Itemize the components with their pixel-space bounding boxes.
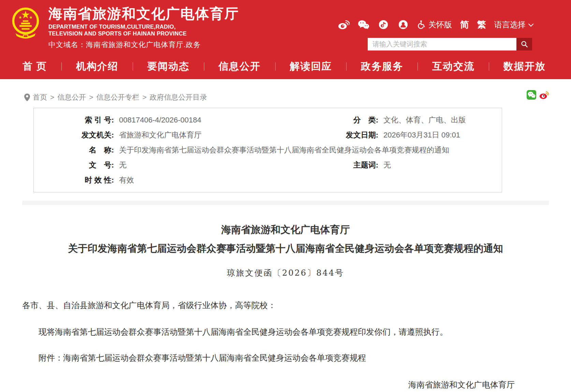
- site-header: 海南省旅游和文化广电体育厅 DEPARTMENT OF TOURISM,CULT…: [0, 0, 571, 79]
- nav-divider: [133, 62, 133, 71]
- search-button[interactable]: [516, 38, 532, 50]
- share-icons: [527, 90, 549, 100]
- site-domain-line: 中文域名：海南省旅游和文化广电体育厅.政务: [48, 40, 239, 49]
- breadcrumb-item-home[interactable]: 首页: [33, 92, 47, 102]
- breadcrumb-item-gov-info-catalog[interactable]: 政府信息公开目录: [150, 92, 207, 102]
- wechat-icon[interactable]: [358, 19, 369, 30]
- meta-label-index-number: 索 引 号:: [34, 115, 114, 125]
- nav-divider: [418, 62, 418, 71]
- nav-item-news[interactable]: 要闻动态: [147, 60, 190, 73]
- meta-value-category: 文化、体育、广电、出版: [378, 115, 502, 125]
- search-bar: [368, 38, 532, 50]
- meta-value-doc-number: 无: [114, 160, 293, 170]
- site-branding: 海南省旅游和文化广电体育厅 DEPARTMENT OF TOURISM,CULT…: [48, 5, 239, 56]
- meta-label-category: 分 类:: [293, 115, 378, 125]
- article-attachment-link[interactable]: 附件：海南省第七届运动会群众赛事活动暨第十八届海南省全民健身运动会各单项竞赛规程: [22, 352, 549, 364]
- nav-divider: [275, 62, 276, 71]
- meta-label-issue-date: 发文日期:: [293, 130, 378, 140]
- breadcrumb-separator: >: [143, 93, 147, 101]
- breadcrumb-item-info-disclosure[interactable]: 信息公开: [57, 92, 86, 102]
- header-tools-row: 关怀版 简 繁 语言选择: [338, 18, 532, 31]
- site-subtitle-en-line1: DEPARTMENT OF TOURISM,CULTURE,RADIO,: [48, 23, 239, 30]
- national-emblem-logo[interactable]: [12, 6, 40, 43]
- language-select[interactable]: 语言选择: [494, 19, 532, 30]
- nav-divider: [346, 62, 347, 71]
- meta-value-issue-date: 2026年03月31日 09:01: [378, 130, 502, 140]
- nav-divider: [204, 62, 204, 71]
- document-meta-table: 索 引 号: 00817406-4/2026-00184 分 类: 文化、体育、…: [33, 108, 502, 192]
- breadcrumb-separator: >: [50, 93, 54, 101]
- breadcrumb: 首页 > 信息公开 > 信息公开专栏 > 政府信息公开目录: [22, 92, 549, 102]
- meta-label-doc-number: 文 号:: [34, 160, 114, 170]
- notice-article: 海南省旅游和文化广电体育厅 关于印发海南省第七届运动会群众赛事活动暨第十八届海南…: [22, 223, 549, 392]
- share-weibo-icon[interactable]: [539, 90, 549, 100]
- nav-item-interaction[interactable]: 互动交流: [432, 60, 474, 73]
- header-top: 海南省旅游和文化广电体育厅 DEPARTMENT OF TOURISM,CULT…: [0, 0, 571, 56]
- nav-item-open-data[interactable]: 数据开放: [503, 60, 546, 73]
- meta-label-title: 名 称:: [34, 145, 114, 155]
- nav-item-home[interactable]: 首 页: [23, 60, 47, 73]
- main-nav: 首 页 机构介绍 要闻动态 信息公开 解读回应 政务服务 互动交流 数据开放: [0, 56, 571, 79]
- article-signature: 海南省旅游和文化广电体育厅: [22, 379, 549, 390]
- site-title: 海南省旅游和文化广电体育厅: [48, 5, 239, 22]
- main-content: 首页 > 信息公开 > 信息公开专栏 > 政府信息公开目录: [0, 92, 571, 392]
- breadcrumb-separator: >: [89, 93, 93, 101]
- traditional-chinese-button[interactable]: 繁: [477, 19, 486, 31]
- accessibility-icon: [417, 19, 426, 30]
- meta-value-issuing-agency: 省旅游和文化广电体育厅: [114, 130, 293, 140]
- article-notice-title: 关于印发海南省第七届运动会群众赛事活动暨第十八届海南省全民健身运动会各单项竞赛规…: [22, 242, 549, 255]
- article-body-paragraph: 现将海南省第七届运动会群众赛事活动暨第十八届海南省全民健身运动会各单项竞赛规程印…: [22, 326, 549, 338]
- meta-label-validity: 时 效 性:: [34, 175, 114, 185]
- header-tools-area: 关怀版 简 繁 语言选择: [338, 18, 532, 50]
- share-wechat-icon[interactable]: [527, 90, 536, 100]
- meta-value-keywords: 无: [378, 160, 502, 170]
- nav-divider: [489, 62, 489, 71]
- section-divider: [22, 201, 549, 205]
- breadcrumb-item-info-column[interactable]: 信息公开专栏: [97, 92, 140, 102]
- care-version-label: 关怀版: [428, 19, 452, 30]
- location-pin-icon: [24, 93, 30, 101]
- care-version-link[interactable]: 关怀版: [417, 19, 452, 30]
- article-salutation: 各市、县、自治县旅游和文化广电体育局，省级行业体协，高等院校：: [22, 300, 549, 311]
- meta-value-title: 关于印发海南省第七届运动会群众赛事活动暨第十八届海南省全民健身运动会各单项竞赛规…: [114, 145, 502, 155]
- national-emblem-icon: [12, 6, 40, 43]
- article-doc-number: 琼旅文便函〔2026〕844号: [22, 267, 549, 278]
- douyin-icon[interactable]: [378, 19, 389, 30]
- meta-value-validity: 有效: [114, 175, 293, 185]
- simplified-chinese-button[interactable]: 简: [460, 19, 469, 31]
- meta-value-index-number: 00817406-4/2026-00184: [114, 116, 293, 125]
- article-org-title: 海南省旅游和文化广电体育厅: [22, 223, 549, 236]
- site-subtitle-en-line2: TELEVISION AND SPORTS OF HAINAN PROVINCE: [48, 30, 239, 37]
- nav-item-gov-services[interactable]: 政务服务: [361, 60, 403, 73]
- weibo-icon[interactable]: [338, 19, 350, 30]
- meta-label-issuing-agency: 发文机关:: [34, 130, 114, 140]
- nav-item-org-intro[interactable]: 机构介绍: [76, 60, 118, 73]
- search-icon: [521, 40, 528, 48]
- search-input[interactable]: [368, 38, 516, 50]
- nav-item-interpretation[interactable]: 解读回应: [290, 60, 332, 73]
- nav-item-info-disclosure[interactable]: 信息公开: [219, 60, 261, 73]
- chevron-down-icon: [528, 21, 534, 27]
- nav-divider: [61, 62, 62, 71]
- meta-label-keywords: 主题词:: [293, 160, 378, 170]
- site-subtitle-en: DEPARTMENT OF TOURISM,CULTURE,RADIO, TEL…: [48, 23, 239, 37]
- hotline-icon[interactable]: [397, 19, 409, 30]
- language-select-label: 语言选择: [494, 19, 526, 30]
